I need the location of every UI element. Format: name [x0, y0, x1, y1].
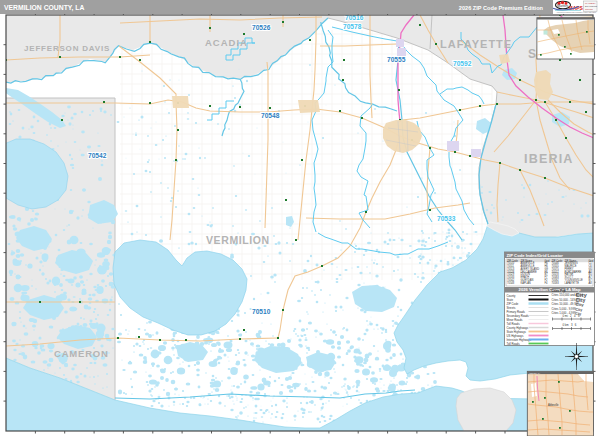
svg-text:70510: 70510	[252, 308, 271, 315]
svg-text:70548: 70548	[507, 281, 515, 285]
svg-text:VERMILION: VERMILION	[206, 234, 270, 246]
svg-text:70542: 70542	[88, 152, 107, 159]
svg-text:0 km 3 6: 0 km 3 6	[563, 323, 577, 327]
svg-text:70548: 70548	[261, 112, 280, 119]
svg-text:Toll Roads: Toll Roads	[507, 342, 521, 346]
svg-text:LAFAYETTE: LAFAYETTE	[440, 38, 512, 50]
svg-text:70592: 70592	[453, 60, 472, 67]
svg-text:CAMERON: CAMERON	[54, 348, 109, 359]
svg-text:LAFAYETTE: LAFAYETTE	[565, 281, 580, 285]
svg-text:VERMILION COUNTY, LA: VERMILION COUNTY, LA	[4, 4, 85, 12]
svg-text:Market: Market	[557, 4, 569, 8]
svg-text:IBERIA: IBERIA	[524, 152, 574, 166]
svg-text:City: City	[576, 302, 585, 307]
svg-text:70578: 70578	[343, 23, 362, 30]
svg-text:2026 Vermilion County, LA Map: 2026 Vermilion County, LA Map	[519, 287, 581, 292]
svg-text:A8: A8	[589, 281, 593, 285]
svg-text:70555: 70555	[387, 56, 406, 63]
svg-text:City: City	[576, 308, 583, 312]
svg-text:0 mi 2 4 6: 0 mi 2 4 6	[563, 314, 580, 318]
svg-text:Abbeville: Abbeville	[548, 403, 559, 407]
svg-text:ZIP Code Index/Grid Locator: ZIP Code Index/Grid Locator	[507, 253, 564, 258]
svg-text:2026 ZIP Code Premium Edition: 2026 ZIP Code Premium Edition	[459, 5, 544, 11]
svg-text:70533: 70533	[437, 215, 456, 222]
svg-text:KAPLAN: KAPLAN	[521, 281, 531, 285]
svg-text:Cities 5,000 - 9,999: Cities 5,000 - 9,999	[552, 307, 577, 311]
svg-text:Counts: Counts	[585, 8, 593, 11]
svg-text:70526: 70526	[252, 24, 271, 31]
svg-text:70593: 70593	[552, 281, 560, 285]
svg-text:ACADIA: ACADIA	[205, 37, 248, 48]
svg-text:JEFFERSON DAVIS: JEFFERSON DAVIS	[24, 44, 110, 53]
